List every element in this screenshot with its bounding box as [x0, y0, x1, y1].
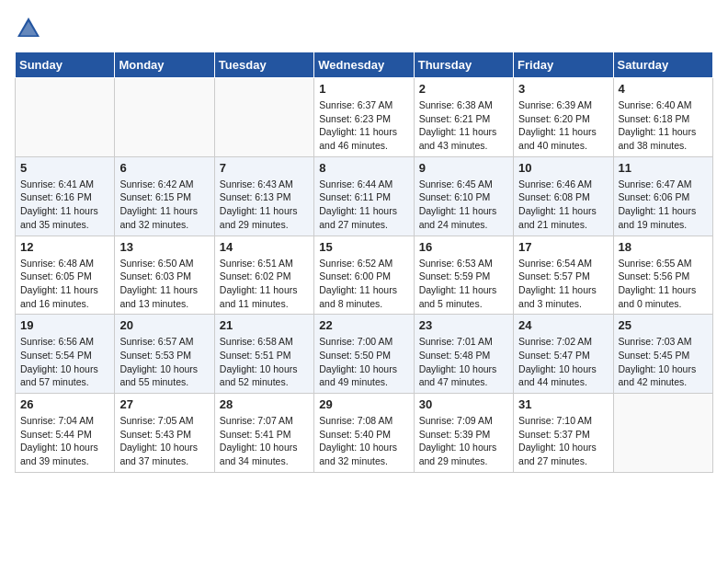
calendar-cell [613, 394, 712, 473]
calendar-cell: 12Sunrise: 6:48 AM Sunset: 6:05 PM Dayli… [16, 236, 115, 315]
calendar-cell: 7Sunrise: 6:43 AM Sunset: 6:13 PM Daylig… [214, 156, 313, 236]
day-info: Sunrise: 6:40 AM Sunset: 6:18 PM Dayligh… [619, 98, 708, 153]
day-number: 17 [518, 240, 608, 254]
day-info: Sunrise: 6:42 AM Sunset: 6:15 PM Dayligh… [119, 178, 209, 232]
day-info: Sunrise: 7:00 AM Sunset: 5:50 PM Dayligh… [319, 335, 408, 389]
day-info: Sunrise: 6:54 AM Sunset: 5:57 PM Dayligh… [518, 257, 608, 311]
day-number: 11 [619, 161, 708, 175]
day-info: Sunrise: 6:41 AM Sunset: 6:16 PM Dayligh… [20, 178, 109, 232]
calendar-cell: 19Sunrise: 6:56 AM Sunset: 5:54 PM Dayli… [16, 315, 115, 394]
day-number: 22 [319, 318, 408, 332]
day-number: 7 [220, 161, 309, 175]
calendar-cell: 16Sunrise: 6:53 AM Sunset: 5:59 PM Dayli… [414, 236, 513, 315]
weekday-header-sunday: Sunday [16, 52, 115, 78]
day-number: 9 [419, 161, 508, 175]
day-info: Sunrise: 6:57 AM Sunset: 5:53 PM Dayligh… [119, 335, 209, 389]
week-row-2: 5Sunrise: 6:41 AM Sunset: 6:16 PM Daylig… [16, 156, 713, 236]
calendar-cell: 11Sunrise: 6:47 AM Sunset: 6:06 PM Dayli… [613, 156, 712, 236]
calendar-cell: 21Sunrise: 6:58 AM Sunset: 5:51 PM Dayli… [214, 315, 313, 394]
day-number: 21 [220, 318, 309, 332]
day-info: Sunrise: 6:43 AM Sunset: 6:13 PM Dayligh… [220, 178, 309, 232]
day-number: 18 [619, 240, 708, 254]
calendar-cell: 23Sunrise: 7:01 AM Sunset: 5:48 PM Dayli… [414, 315, 513, 394]
calendar-cell: 27Sunrise: 7:05 AM Sunset: 5:43 PM Dayli… [115, 394, 214, 473]
day-info: Sunrise: 6:58 AM Sunset: 5:51 PM Dayligh… [220, 335, 309, 389]
logo [15, 15, 46, 42]
day-number: 12 [20, 240, 109, 254]
day-info: Sunrise: 7:02 AM Sunset: 5:47 PM Dayligh… [518, 335, 608, 389]
day-info: Sunrise: 6:45 AM Sunset: 6:10 PM Dayligh… [419, 178, 508, 232]
weekday-header-monday: Monday [115, 52, 214, 78]
day-number: 6 [119, 161, 209, 175]
day-info: Sunrise: 7:04 AM Sunset: 5:44 PM Dayligh… [20, 414, 109, 468]
day-number: 10 [518, 161, 608, 175]
day-info: Sunrise: 6:53 AM Sunset: 5:59 PM Dayligh… [419, 257, 508, 311]
calendar-cell: 25Sunrise: 7:03 AM Sunset: 5:45 PM Dayli… [613, 315, 712, 394]
calendar-cell: 22Sunrise: 7:00 AM Sunset: 5:50 PM Dayli… [314, 315, 414, 394]
calendar-cell: 13Sunrise: 6:50 AM Sunset: 6:03 PM Dayli… [115, 236, 214, 315]
page-header [15, 15, 713, 42]
calendar-table: SundayMondayTuesdayWednesdayThursdayFrid… [15, 52, 713, 473]
weekday-header-tuesday: Tuesday [214, 52, 313, 78]
day-number: 24 [518, 318, 608, 332]
day-number: 31 [518, 397, 608, 411]
day-number: 15 [319, 240, 408, 254]
day-number: 5 [20, 161, 109, 175]
day-number: 29 [319, 397, 408, 411]
day-info: Sunrise: 6:50 AM Sunset: 6:03 PM Dayligh… [119, 257, 209, 311]
calendar-cell: 4Sunrise: 6:40 AM Sunset: 6:18 PM Daylig… [613, 78, 712, 157]
day-number: 25 [619, 318, 708, 332]
day-info: Sunrise: 7:07 AM Sunset: 5:41 PM Dayligh… [220, 414, 309, 468]
day-info: Sunrise: 7:08 AM Sunset: 5:40 PM Dayligh… [319, 414, 408, 468]
week-row-4: 19Sunrise: 6:56 AM Sunset: 5:54 PM Dayli… [16, 315, 713, 394]
weekday-header-saturday: Saturday [613, 52, 712, 78]
calendar-cell [16, 78, 115, 157]
calendar-cell: 6Sunrise: 6:42 AM Sunset: 6:15 PM Daylig… [115, 156, 214, 236]
day-info: Sunrise: 6:46 AM Sunset: 6:08 PM Dayligh… [518, 178, 608, 232]
day-info: Sunrise: 7:01 AM Sunset: 5:48 PM Dayligh… [419, 335, 508, 389]
day-info: Sunrise: 6:51 AM Sunset: 6:02 PM Dayligh… [220, 257, 309, 311]
calendar-cell: 29Sunrise: 7:08 AM Sunset: 5:40 PM Dayli… [314, 394, 414, 473]
weekday-header-thursday: Thursday [414, 52, 513, 78]
calendar-cell [214, 78, 313, 157]
day-info: Sunrise: 6:56 AM Sunset: 5:54 PM Dayligh… [20, 335, 109, 389]
day-number: 8 [319, 161, 408, 175]
week-row-1: 1Sunrise: 6:37 AM Sunset: 6:23 PM Daylig… [16, 78, 713, 157]
week-row-3: 12Sunrise: 6:48 AM Sunset: 6:05 PM Dayli… [16, 236, 713, 315]
calendar-cell: 20Sunrise: 6:57 AM Sunset: 5:53 PM Dayli… [115, 315, 214, 394]
day-number: 2 [419, 82, 508, 96]
calendar-cell [115, 78, 214, 157]
calendar-cell: 17Sunrise: 6:54 AM Sunset: 5:57 PM Dayli… [514, 236, 613, 315]
calendar-cell: 26Sunrise: 7:04 AM Sunset: 5:44 PM Dayli… [16, 394, 115, 473]
day-info: Sunrise: 6:47 AM Sunset: 6:06 PM Dayligh… [619, 178, 708, 232]
calendar-cell: 30Sunrise: 7:09 AM Sunset: 5:39 PM Dayli… [414, 394, 513, 473]
day-info: Sunrise: 7:10 AM Sunset: 5:37 PM Dayligh… [518, 414, 608, 468]
weekday-header-friday: Friday [514, 52, 613, 78]
day-info: Sunrise: 7:03 AM Sunset: 5:45 PM Dayligh… [619, 335, 708, 389]
calendar-cell: 28Sunrise: 7:07 AM Sunset: 5:41 PM Dayli… [214, 394, 313, 473]
calendar-cell: 10Sunrise: 6:46 AM Sunset: 6:08 PM Dayli… [514, 156, 613, 236]
calendar-cell: 8Sunrise: 6:44 AM Sunset: 6:11 PM Daylig… [314, 156, 414, 236]
calendar-cell: 1Sunrise: 6:37 AM Sunset: 6:23 PM Daylig… [314, 78, 414, 157]
calendar-cell: 2Sunrise: 6:38 AM Sunset: 6:21 PM Daylig… [414, 78, 513, 157]
week-row-5: 26Sunrise: 7:04 AM Sunset: 5:44 PM Dayli… [16, 394, 713, 473]
day-number: 19 [20, 318, 109, 332]
day-number: 23 [419, 318, 508, 332]
day-number: 20 [119, 318, 209, 332]
day-number: 4 [619, 82, 708, 96]
day-info: Sunrise: 6:52 AM Sunset: 6:00 PM Dayligh… [319, 257, 408, 311]
calendar-cell: 14Sunrise: 6:51 AM Sunset: 6:02 PM Dayli… [214, 236, 313, 315]
weekday-header-wednesday: Wednesday [314, 52, 414, 78]
day-info: Sunrise: 6:48 AM Sunset: 6:05 PM Dayligh… [20, 257, 109, 311]
day-info: Sunrise: 6:38 AM Sunset: 6:21 PM Dayligh… [419, 98, 508, 153]
calendar-cell: 5Sunrise: 6:41 AM Sunset: 6:16 PM Daylig… [16, 156, 115, 236]
day-info: Sunrise: 6:55 AM Sunset: 5:56 PM Dayligh… [619, 257, 708, 311]
day-info: Sunrise: 7:05 AM Sunset: 5:43 PM Dayligh… [119, 414, 209, 468]
logo-icon [15, 15, 42, 42]
day-number: 16 [419, 240, 508, 254]
day-info: Sunrise: 6:37 AM Sunset: 6:23 PM Dayligh… [319, 98, 408, 153]
day-number: 3 [518, 82, 608, 96]
calendar-cell: 15Sunrise: 6:52 AM Sunset: 6:00 PM Dayli… [314, 236, 414, 315]
day-number: 26 [20, 397, 109, 411]
day-number: 30 [419, 397, 508, 411]
